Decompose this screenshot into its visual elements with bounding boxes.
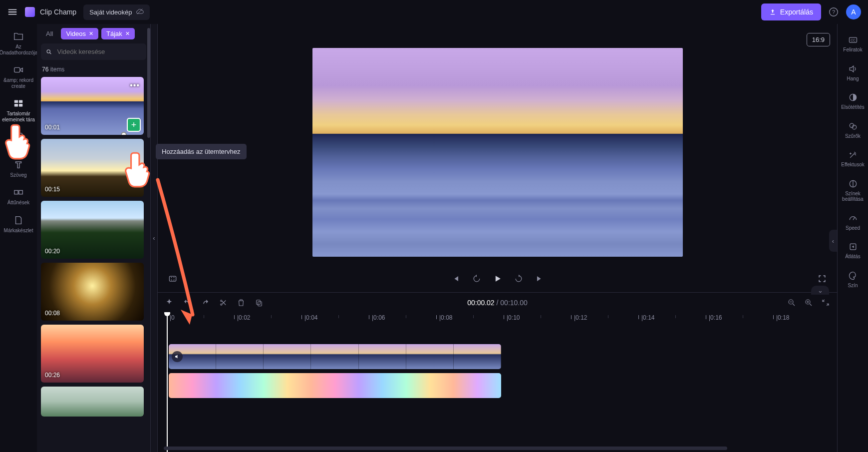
clip-duration: 00:20 <box>45 248 60 255</box>
timeline-scrollbar[interactable] <box>164 447 727 450</box>
zoom-in-icon[interactable] <box>804 298 813 307</box>
item-count-num: 76 <box>42 66 48 73</box>
undo-icon[interactable] <box>183 298 192 307</box>
ruler-tick: |0:04 <box>304 314 317 321</box>
search-input-wrap[interactable] <box>41 43 146 60</box>
more-icon[interactable]: ••• <box>130 81 140 90</box>
chip-videos[interactable]: Videos✕ <box>61 28 98 39</box>
help-icon[interactable]: ? <box>828 6 839 17</box>
left-rail: Az Önadathordozója &amp; rekord create T… <box>0 24 37 452</box>
rrail-color[interactable]: Szín <box>838 267 868 293</box>
timeline-clip-overlay[interactable] <box>169 373 501 398</box>
timeline-clip-video[interactable] <box>169 344 501 369</box>
rrail-filters[interactable]: Szűrők <box>838 117 868 143</box>
rrail-speed[interactable]: Speed <box>838 209 868 235</box>
chip-tajak[interactable]: Tájak✕ <box>101 28 135 39</box>
library-item[interactable]: ••• 00:01 + <box>41 77 144 135</box>
rail-content-label: Tartalomár elemeinek tára <box>1 111 35 122</box>
thumbnail-list: ••• 00:01 + 00:15 00:20 00:08 00:26 <box>41 77 146 417</box>
rail-brand[interactable]: Márkakészlet <box>0 211 36 238</box>
chip-all[interactable]: All <box>41 28 58 39</box>
rail-text-label: Szöveg <box>10 172 26 178</box>
transport-bar <box>158 265 837 292</box>
rrail-color-adjust[interactable]: Színek beállítása <box>838 175 868 206</box>
right-rail-collapse-button[interactable]: ‹ <box>829 230 837 252</box>
rail-record[interactable]: &amp; rekord create <box>0 60 36 93</box>
rrail-effects[interactable]: Effektusok <box>838 146 868 172</box>
fit-icon[interactable] <box>821 298 830 307</box>
svg-text:?: ? <box>832 9 835 15</box>
export-button[interactable]: Exportálás <box>761 3 821 20</box>
main: Az Önadathordozója &amp; rekord create T… <box>0 24 868 452</box>
svg-rect-3 <box>14 100 18 103</box>
ruler-tick: |0:08 <box>439 314 452 321</box>
timecode-total: 00:10.00 <box>500 299 528 307</box>
timecode-current: 00:00.02 <box>467 299 495 307</box>
svg-rect-14 <box>257 300 261 304</box>
split-icon[interactable] <box>219 298 228 307</box>
search-icon <box>46 48 52 55</box>
clip-audio-icon[interactable] <box>172 351 183 362</box>
avatar[interactable]: A <box>846 4 861 19</box>
timeline-toolbar: ⌄ 00:00.02 / 00:10.00 <box>158 292 837 312</box>
ruler-tick: |0:18 <box>776 314 789 321</box>
rewind-icon[interactable] <box>472 274 482 284</box>
delete-icon[interactable] <box>237 298 246 307</box>
rail-media-label: Az Önadathordozója <box>0 44 37 55</box>
rail-transitions[interactable]: Áttűnések <box>0 183 36 210</box>
aspect-ratio-button[interactable]: 16:9 <box>807 33 830 46</box>
skip-forward-icon[interactable] <box>535 274 545 284</box>
duplicate-icon[interactable] <box>255 298 264 307</box>
svg-rect-7 <box>15 133 22 141</box>
ruler-minor-tick <box>204 315 204 318</box>
rail-content-library[interactable]: Tartalomár elemeinek tára <box>0 94 36 126</box>
preview-stage <box>158 24 837 265</box>
library-item[interactable] <box>41 387 144 417</box>
fullscreen-icon[interactable] <box>817 274 827 284</box>
scrub-handle-icon[interactable] <box>121 132 127 135</box>
ruler-minor-tick <box>406 315 406 318</box>
rail-media[interactable]: Az Önadathordozója <box>0 27 36 59</box>
timeline-ruler[interactable]: |0|0:02|0:04|0:06|0:08|0:10|0:12|0:14|0:… <box>164 312 837 324</box>
library-item[interactable]: 00:08 <box>41 263 144 321</box>
rail-templates[interactable]: — <box>0 127 36 154</box>
project-name-label: Saját videokép <box>89 8 132 16</box>
close-icon[interactable]: ✕ <box>89 30 93 37</box>
rrail-audio[interactable]: Hang <box>838 60 868 86</box>
ruler-tick: |0:14 <box>641 314 654 321</box>
rrail-captions[interactable]: CCFeliratok <box>838 31 868 57</box>
play-button[interactable] <box>493 274 503 284</box>
skip-back-icon[interactable] <box>451 274 461 284</box>
rrail-label: Elsötétítés <box>841 104 865 110</box>
rrail-label: Hang <box>847 76 859 82</box>
project-name[interactable]: Saját videokép <box>83 4 150 20</box>
timeline[interactable]: |0|0:02|0:04|0:06|0:08|0:10|0:12|0:14|0:… <box>158 312 837 452</box>
rrail-label: Szín <box>848 283 858 289</box>
zoom-out-icon[interactable] <box>787 298 796 307</box>
rail-text[interactable]: Szöveg <box>0 155 36 182</box>
redo-icon[interactable] <box>201 298 210 307</box>
search-input[interactable] <box>56 47 141 56</box>
auto-enhance-icon[interactable] <box>168 274 178 284</box>
library-scrollbar[interactable] <box>147 28 150 138</box>
right-rail: CCFeliratok Hang Elsötétítés Szűrők Effe… <box>837 24 868 452</box>
library-collapse-button[interactable]: ‹ <box>151 24 158 452</box>
svg-rect-11 <box>169 276 176 281</box>
tooltip-add-timeline: Hozzáadás az ütemtervhez <box>156 144 247 159</box>
close-icon[interactable]: ✕ <box>125 30 130 37</box>
rrail-crop[interactable]: Átlátás <box>838 238 868 264</box>
forward-icon[interactable] <box>514 274 524 284</box>
menu-icon[interactable] <box>7 6 18 17</box>
timeline-collapse-button[interactable]: ⌄ <box>811 286 829 295</box>
add-to-timeline-button[interactable]: + <box>127 118 141 132</box>
magic-icon[interactable] <box>165 298 174 307</box>
playhead-icon[interactable] <box>167 312 168 452</box>
library-item[interactable]: 00:15 <box>41 139 144 197</box>
preview-video[interactable] <box>312 48 683 257</box>
svg-rect-9 <box>19 190 22 194</box>
export-label: Exportálás <box>780 8 813 16</box>
library-item[interactable]: 00:26 <box>41 325 144 383</box>
library-item[interactable]: 00:20 <box>41 201 144 259</box>
rrail-fade[interactable]: Elsötétítés <box>838 88 868 114</box>
rail-transitions-label: Áttűnések <box>7 200 29 206</box>
